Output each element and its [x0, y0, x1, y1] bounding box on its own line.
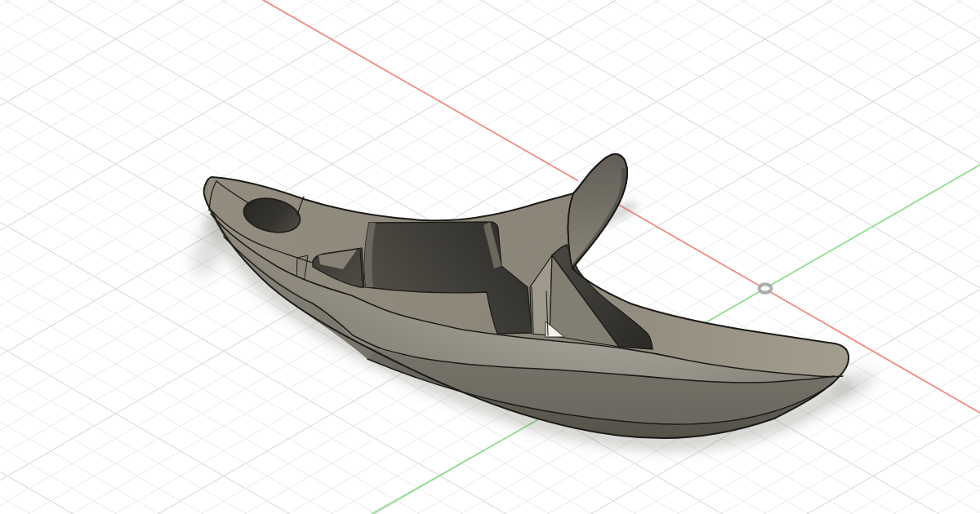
fusion-viewport[interactable]	[0, 0, 980, 514]
viewport-canvas[interactable]	[0, 0, 980, 514]
origin-ring	[760, 284, 772, 292]
origin-indicator	[760, 284, 772, 292]
